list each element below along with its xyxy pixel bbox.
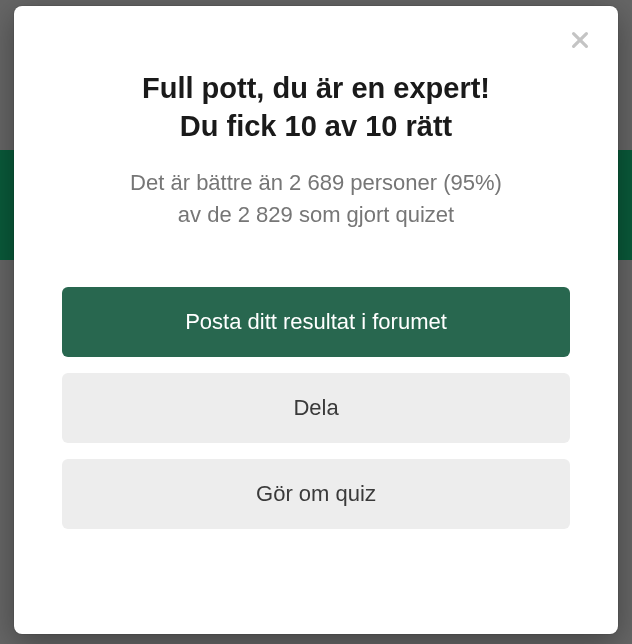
result-subtext: Det är bättre än 2 689 personer (95%) av… <box>62 167 570 231</box>
post-result-button[interactable]: Posta ditt resultat i forumet <box>62 287 570 357</box>
close-button[interactable] <box>564 24 596 56</box>
subtext-line-2: av de 2 829 som gjort quizet <box>178 202 454 227</box>
result-heading: Full pott, du är en expert! Du fick 10 a… <box>62 70 570 145</box>
heading-line-2: Du fick 10 av 10 rätt <box>180 110 452 142</box>
button-group: Posta ditt resultat i forumet Dela Gör o… <box>62 287 570 529</box>
retry-quiz-button[interactable]: Gör om quiz <box>62 459 570 529</box>
heading-line-1: Full pott, du är en expert! <box>142 72 490 104</box>
share-button[interactable]: Dela <box>62 373 570 443</box>
close-icon <box>569 29 591 51</box>
quiz-result-modal: Full pott, du är en expert! Du fick 10 a… <box>14 6 618 634</box>
subtext-line-1: Det är bättre än 2 689 personer (95%) <box>130 170 502 195</box>
